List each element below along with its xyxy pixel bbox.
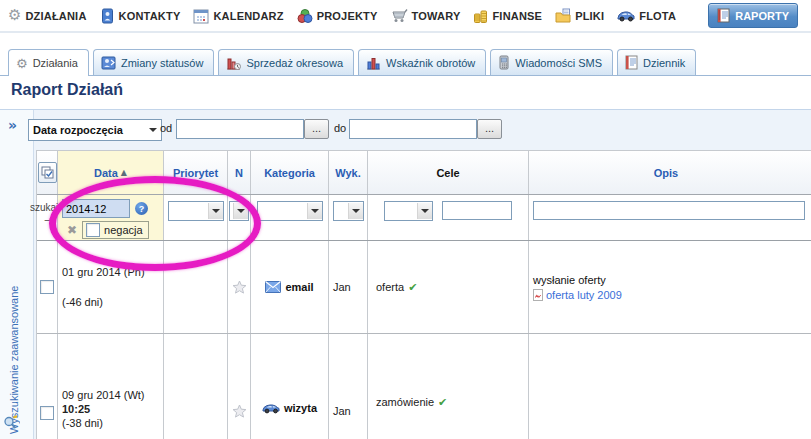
sort-ascending-icon: ▲	[121, 168, 127, 177]
data-filter-cell: ? ✖ negacja	[58, 195, 164, 240]
priorytet-filter-select[interactable]	[168, 201, 224, 221]
filter-field-select[interactable]: Data rozpoczęcia	[28, 119, 162, 141]
goal-label: zamówienie	[376, 396, 434, 408]
nav-label: DZIAŁANIA	[25, 10, 86, 22]
help-icon[interactable]: ?	[135, 202, 148, 215]
nav-item-kalendarz[interactable]: KALENDARZ	[193, 8, 283, 24]
goals-cell: zamówienie ✔	[368, 334, 529, 439]
negation-label: negacja	[104, 224, 143, 236]
goals-cell: oferta ✔	[368, 241, 529, 333]
tab-wiadomosci-sms[interactable]: Wiadomości SMS	[490, 49, 613, 75]
column-label: Cele	[436, 167, 459, 179]
gear-icon: ⚙	[8, 8, 21, 23]
date-from-picker-button[interactable]: ...	[304, 119, 329, 139]
report-notebook-icon	[717, 8, 730, 23]
opis-filter-input[interactable]	[533, 201, 805, 220]
tab-zmiany-statusow[interactable]: Zmiany statusów	[93, 49, 215, 75]
executor-value: Jan	[333, 281, 351, 293]
row-select-cell	[37, 334, 58, 439]
table-filter-row: szukaj → ? ✖ negacja	[37, 195, 811, 241]
star-icon[interactable]	[232, 404, 247, 418]
column-header-cele[interactable]: Cele	[368, 151, 529, 194]
nav-item-finanse[interactable]: FINANSE	[473, 8, 542, 24]
arrow-right-icon: →	[44, 215, 52, 226]
priorytet-filter-cell	[164, 195, 228, 240]
tab-sprzedaz-okresowa[interactable]: Sprzedaż okresowa	[218, 49, 354, 75]
nav-item-kontakty[interactable]: KONTAKTY	[100, 8, 181, 24]
column-header-n[interactable]: N	[228, 151, 251, 194]
advanced-search-label[interactable]: Wyszukiwanie zaawansowane	[8, 142, 20, 434]
gear-icon: ⚙	[16, 57, 28, 70]
date-to-label: do	[334, 122, 346, 134]
table-row[interactable]: 01 gru 2014 (Pn) (-46 dni) email Jan	[37, 241, 811, 334]
days-ago-value: (-46 dni)	[62, 296, 163, 308]
data-filter-input[interactable]	[62, 199, 130, 218]
new-flag-cell	[228, 241, 251, 333]
column-label: Kategoria	[264, 167, 315, 179]
tab-wskaznik-obrotow[interactable]: Wskaźnik obrotów	[358, 49, 486, 75]
wyk-filter-cell	[329, 195, 368, 240]
nav-item-flota[interactable]: FLOTA	[617, 9, 676, 22]
search-hint-label: szukaj	[30, 202, 58, 213]
wyk-filter-select[interactable]	[333, 201, 364, 221]
report-tabs: ⚙ Działania Zmiany statusów Sprzedaż okr…	[0, 48, 811, 76]
date-to-picker-button[interactable]: ...	[477, 119, 502, 139]
tab-dzialania[interactable]: ⚙ Działania	[8, 49, 89, 76]
nav-label: RAPORTY	[735, 10, 789, 22]
tab-label: Wiadomości SMS	[515, 57, 602, 69]
sms-phone-icon	[498, 55, 510, 70]
column-header-wyk[interactable]: Wyk.	[329, 151, 368, 194]
nav-item-towary[interactable]: TOWARY	[391, 8, 461, 24]
attachment-link[interactable]: oferta luty 2009	[546, 289, 622, 301]
nav-label: PROJEKTY	[317, 10, 378, 22]
date-from-input[interactable]	[176, 119, 304, 139]
nav-item-pliki[interactable]: PLIKI	[555, 8, 604, 24]
date-to-input[interactable]	[349, 119, 477, 139]
nav-item-raporty-active[interactable]: RAPORTY	[708, 3, 798, 28]
row-checkbox[interactable]	[40, 280, 54, 294]
column-label: N	[235, 167, 243, 179]
tab-dziennik[interactable]: Dziennik	[617, 49, 696, 75]
kategoria-filter-select[interactable]	[257, 201, 323, 221]
row-select-cell	[37, 241, 58, 333]
cele-filter-input[interactable]	[442, 201, 512, 220]
tab-label: Działania	[33, 57, 78, 69]
filter-field-value: Data rozpoczęcia	[33, 124, 123, 136]
days-ago-value: (-38 dni)	[62, 417, 163, 430]
description-cell	[529, 334, 811, 439]
cele-filter-cell	[368, 195, 529, 240]
car-icon	[617, 9, 635, 22]
table-row[interactable]: 09 gru 2014 (Wt) 10:25 (-38 dni) wizyta	[37, 334, 811, 439]
column-header-kategoria[interactable]: Kategoria	[251, 151, 329, 194]
column-header-priorytet[interactable]: Priorytet	[164, 151, 228, 194]
page-title: Raport Działań	[11, 81, 123, 99]
negation-checkbox-group[interactable]: negacja	[82, 221, 149, 239]
top-nav: ⚙ DZIAŁANIA KONTAKTY KALENDARZ PROJEKTY	[0, 0, 811, 33]
n-filter-select[interactable]	[229, 201, 249, 221]
column-header-data[interactable]: Data ▲	[58, 151, 164, 194]
row-checkbox[interactable]	[40, 406, 54, 420]
expand-panel-icon[interactable]: »	[8, 117, 17, 133]
chevron-down-icon	[307, 203, 322, 219]
tab-label: Sprzedaż okresowa	[246, 57, 343, 69]
kategoria-filter-cell	[251, 195, 329, 240]
column-label: Priorytet	[173, 167, 218, 179]
nav-item-dzialania[interactable]: ⚙ DZIAŁANIA	[8, 8, 87, 23]
column-label: Opis	[654, 167, 678, 179]
category-cell: email	[251, 241, 329, 333]
executor-cell: Jan	[329, 334, 368, 439]
category-cell: wizyta	[251, 334, 329, 439]
magnifier-pencil-icon[interactable]	[3, 415, 20, 434]
cele-filter-select[interactable]	[384, 201, 433, 221]
nav-item-projekty[interactable]: PROJEKTY	[297, 8, 378, 24]
opis-filter-cell	[529, 195, 811, 240]
star-icon[interactable]	[232, 280, 247, 294]
category-label: email	[285, 281, 313, 293]
column-header-opis[interactable]: Opis	[529, 151, 811, 194]
n-filter-cell	[228, 195, 251, 240]
clear-filter-icon[interactable]: ✖	[67, 223, 77, 237]
journal-icon	[625, 55, 638, 70]
select-all-icon[interactable]	[38, 162, 57, 183]
negation-checkbox[interactable]	[86, 223, 100, 237]
tab-label: Zmiany statusów	[121, 57, 204, 69]
